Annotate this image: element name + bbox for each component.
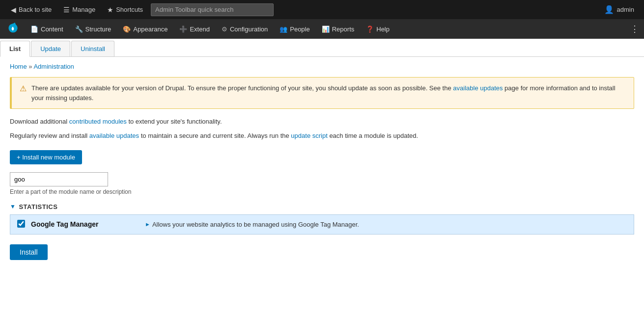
breadcrumb: Home » Administration xyxy=(10,63,634,70)
drupal-logo[interactable] xyxy=(3,19,23,39)
appearance-icon: 🎨 xyxy=(123,26,131,33)
nav-toggle[interactable]: ⋮ xyxy=(630,24,644,34)
install-new-module-button[interactable]: + Install new module xyxy=(10,150,82,164)
configuration-icon: ⚙ xyxy=(222,26,227,33)
description-updates: Regularly review and install available u… xyxy=(10,131,634,141)
main-content: Home » Administration ⚠ There are update… xyxy=(0,57,644,266)
nav-appearance[interactable]: 🎨 Appearance xyxy=(117,19,173,39)
arrow-left-icon: ◀ xyxy=(11,6,16,14)
tab-update[interactable]: Update xyxy=(31,41,70,56)
user-menu: 👤 admin xyxy=(604,5,639,14)
shortcuts-button[interactable]: ★ Shortcuts xyxy=(101,0,149,19)
description-contrib: Download additional contributed modules … xyxy=(10,117,634,127)
warning-text: There are updates available for your ver… xyxy=(31,83,626,103)
nav-extend[interactable]: ➕ Extend xyxy=(173,19,215,39)
expand-description-icon[interactable]: ► xyxy=(145,221,150,227)
help-icon: ❓ xyxy=(366,26,374,33)
star-icon: ★ xyxy=(107,6,113,14)
admin-toolbar: ◀ Back to site ☰ Manage ★ Shortcuts 👤 ad… xyxy=(0,0,644,19)
user-icon: 👤 xyxy=(604,5,614,14)
nav-people[interactable]: 👥 People xyxy=(274,19,315,39)
search-input[interactable] xyxy=(151,3,274,16)
google-tag-manager-checkbox[interactable] xyxy=(17,220,25,228)
warning-message: ⚠ There are updates available for your v… xyxy=(10,77,634,109)
module-description: ► Allows your website analytics to be ma… xyxy=(145,221,359,228)
toolbar-search-container xyxy=(151,3,274,16)
available-updates-link2[interactable]: available updates xyxy=(89,132,139,139)
secondary-nav: 📄 Content 🔧 Structure 🎨 Appearance ➕ Ext… xyxy=(0,19,644,39)
tab-list[interactable]: List xyxy=(0,41,30,57)
tab-uninstall[interactable]: Uninstall xyxy=(71,41,114,56)
install-button[interactable]: Install xyxy=(10,244,48,260)
warning-icon: ⚠ xyxy=(20,84,27,103)
content-icon: 📄 xyxy=(30,26,38,33)
nav-content[interactable]: 📄 Content xyxy=(25,19,69,39)
tabs-bar: List Update Uninstall xyxy=(0,39,644,57)
manage-button[interactable]: ☰ Manage xyxy=(57,0,101,19)
nav-help[interactable]: ❓ Help xyxy=(360,19,395,39)
back-to-site-button[interactable]: ◀ Back to site xyxy=(5,0,57,19)
available-updates-link[interactable]: available updates xyxy=(453,84,503,92)
filter-input[interactable] xyxy=(10,172,108,186)
nav-reports[interactable]: 📊 Reports xyxy=(316,19,361,39)
collapse-arrow-icon: ▼ xyxy=(10,203,16,210)
nav-structure[interactable]: 🔧 Structure xyxy=(69,19,117,39)
statistics-section-header[interactable]: ▼ STATISTICS xyxy=(10,203,634,210)
breadcrumb-home[interactable]: Home xyxy=(10,63,27,70)
nav-configuration[interactable]: ⚙ Configuration xyxy=(216,19,274,39)
reports-icon: 📊 xyxy=(322,26,330,33)
extend-icon: ➕ xyxy=(179,26,187,33)
update-script-link[interactable]: update script xyxy=(291,132,327,139)
hamburger-icon: ☰ xyxy=(63,6,70,14)
contributed-modules-link[interactable]: contributed modules xyxy=(69,118,127,125)
filter-container: Enter a part of the module name or descr… xyxy=(10,172,634,195)
structure-icon: 🔧 xyxy=(75,26,83,33)
breadcrumb-admin[interactable]: Administration xyxy=(33,63,74,70)
module-name: Google Tag Manager xyxy=(31,220,139,228)
filter-hint: Enter a part of the module name or descr… xyxy=(10,188,634,195)
people-icon: 👥 xyxy=(280,26,287,33)
module-checkbox-col xyxy=(17,220,25,229)
module-row: Google Tag Manager ► Allows your website… xyxy=(10,214,634,235)
